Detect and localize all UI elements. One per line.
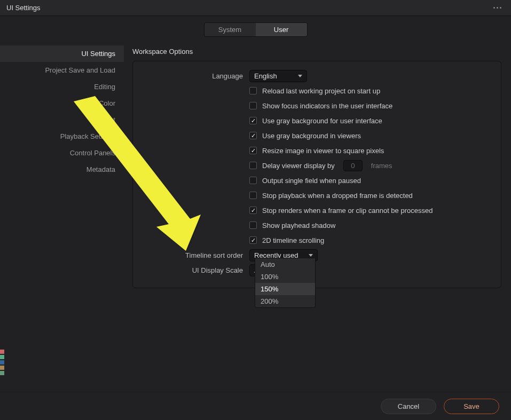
sidebar-item-fairlight[interactable]: Fairlight: [0, 112, 124, 128]
tab-user[interactable]: User: [256, 23, 307, 36]
checkbox-focus[interactable]: [249, 102, 257, 109]
top-tabs: System User: [0, 16, 511, 42]
cancel-button[interactable]: Cancel: [381, 399, 436, 414]
checkbox-gray-viewers-label: Use gray background in viewers: [262, 132, 361, 140]
workspace-options-panel: Language English Reload last working pro…: [132, 61, 501, 288]
checkbox-stop-playback-label: Stop playback when a dropped frame is de…: [262, 192, 413, 200]
checkbox-2d-scroll[interactable]: [249, 236, 257, 244]
dropdown-option-100[interactable]: 100%: [255, 271, 315, 283]
chevron-down-icon: [309, 254, 313, 257]
checkbox-reload-label: Reload last working project on start up: [262, 87, 380, 95]
checkbox-output-single-label: Output single field when paused: [262, 177, 361, 185]
sidebar-item-playback[interactable]: Playback Settings: [0, 128, 124, 145]
sidebar-item-color[interactable]: Color: [0, 95, 124, 112]
sidebar-item-project-save[interactable]: Project Save and Load: [0, 62, 124, 78]
dropdown-option-150[interactable]: 150%: [255, 283, 315, 295]
seg-control: System User: [204, 22, 308, 37]
footer: Cancel Save: [0, 392, 511, 420]
ui-scale-dropdown: Auto 100% 150% 200%: [255, 258, 316, 308]
titlebar-menu-button[interactable]: [490, 5, 505, 11]
dropdown-option-auto[interactable]: Auto: [255, 258, 315, 271]
sidebar-item-ui-settings[interactable]: UI Settings: [0, 45, 124, 62]
dropdown-option-200[interactable]: 200%: [255, 295, 315, 307]
checkbox-2d-scroll-label: 2D timeline scrolling: [262, 236, 324, 244]
checkbox-delay[interactable]: [249, 162, 257, 169]
ui-scale-label: UI Display Scale: [143, 266, 249, 274]
delay-unit: frames: [371, 162, 392, 170]
tab-system[interactable]: System: [205, 23, 256, 36]
language-select[interactable]: English: [249, 70, 307, 82]
delay-frames-input[interactable]: [343, 160, 363, 171]
checkbox-stop-renders[interactable]: [249, 207, 257, 214]
content: UI Settings Project Save and Load Editin…: [0, 42, 511, 392]
save-button[interactable]: Save: [444, 399, 499, 414]
sidebar-item-control-panels[interactable]: Control Panels: [0, 145, 124, 161]
sidebar-item-editing[interactable]: Editing: [0, 78, 124, 95]
sidebar: UI Settings Project Save and Load Editin…: [0, 42, 124, 392]
checkbox-resize[interactable]: [249, 147, 257, 154]
language-label: Language: [143, 72, 249, 80]
checkbox-stop-playback[interactable]: [249, 192, 257, 199]
checkbox-gray-ui-label: Use gray background for user interface: [262, 117, 382, 125]
timeline-sort-label: Timeline sort order: [143, 251, 249, 259]
checkbox-delay-label: Delay viewer display by: [262, 162, 335, 170]
section-title: Workspace Options: [132, 46, 501, 61]
checkbox-playhead-shadow[interactable]: [249, 221, 257, 229]
main-panel: Workspace Options Language English Reloa…: [124, 42, 511, 392]
checkbox-resize-label: Resize image in viewer to square pixels: [262, 147, 384, 155]
background-strip: [0, 350, 4, 387]
checkbox-gray-ui[interactable]: [249, 117, 257, 124]
window-title: UI Settings: [6, 4, 490, 12]
language-value: English: [254, 72, 277, 80]
checkbox-gray-viewers[interactable]: [249, 132, 257, 139]
checkbox-focus-label: Show focus indicators in the user interf…: [262, 102, 392, 110]
chevron-down-icon: [298, 75, 302, 77]
checkbox-output-single[interactable]: [249, 177, 257, 184]
checkbox-playhead-shadow-label: Show playhead shadow: [262, 221, 335, 229]
titlebar: UI Settings: [0, 0, 511, 16]
checkbox-stop-renders-label: Stop renders when a frame or clip cannot…: [262, 207, 433, 215]
checkbox-reload[interactable]: [249, 87, 257, 94]
sidebar-item-metadata[interactable]: Metadata: [0, 161, 124, 178]
